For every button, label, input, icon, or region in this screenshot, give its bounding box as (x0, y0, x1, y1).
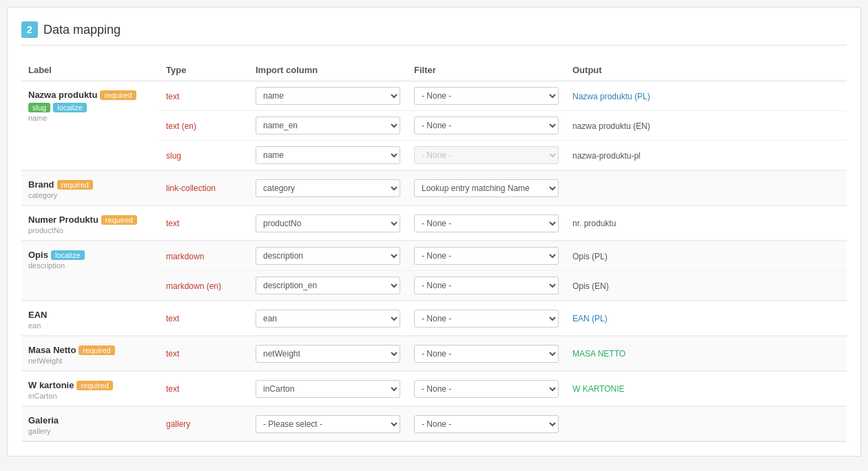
output-value: nazwa-produktu-pl (572, 151, 641, 161)
label-main: Numer Produkturequired (28, 214, 152, 225)
filter-cell[interactable]: Lookup entry matching Name (407, 171, 566, 206)
label-sub: gallery (28, 427, 152, 435)
label-cell-opis: Opislocalizedescription (21, 241, 159, 301)
type-cell: markdown (en) (159, 271, 249, 301)
label-sub: netWeight (28, 357, 152, 365)
label-sub: ean (28, 321, 152, 330)
import-cell[interactable]: name (249, 81, 407, 111)
output-cell (566, 407, 847, 441)
import-select[interactable]: netWeight (256, 345, 400, 363)
import-cell[interactable]: inCarton (249, 372, 407, 406)
import-select[interactable]: ean (256, 310, 400, 328)
label-main: Opislocalize (28, 250, 152, 260)
import-cell[interactable]: netWeight (249, 337, 407, 371)
badge-required: required (101, 215, 137, 225)
filter-cell[interactable]: - None - (407, 407, 566, 441)
type-cell: link-collection (159, 171, 249, 206)
filter-select[interactable]: - None - (414, 310, 559, 328)
filter-cell[interactable]: - None - (407, 301, 566, 336)
import-select[interactable]: name_en (256, 117, 400, 134)
output-cell: nazwa-produktu-pl (566, 141, 847, 170)
filter-select[interactable]: - None - (414, 345, 559, 363)
type-cell: text (159, 372, 249, 406)
badge-required: required (57, 180, 93, 190)
import-select[interactable]: category (256, 179, 400, 197)
table-row: EANeantextean- None -EAN (PL) (21, 301, 847, 336)
import-select[interactable]: name (256, 87, 400, 105)
filter-cell[interactable]: - None - (407, 206, 566, 241)
table-row: Nazwa produkturequiredsluglocalizenamete… (21, 81, 847, 111)
import-select[interactable]: - Please select - (256, 415, 400, 433)
data-mapping-table: Label Type Import column Filter Output N… (21, 59, 847, 442)
filter-cell[interactable]: - None - (407, 111, 566, 141)
type-value: markdown (166, 252, 204, 261)
import-select[interactable]: name (256, 146, 400, 164)
filter-cell[interactable]: - None - (407, 337, 566, 371)
label-text: Galeria (28, 415, 59, 425)
output-value: Opis (PL) (572, 252, 608, 261)
label-cell-ean: EANean (21, 301, 159, 336)
output-cell: EAN (PL) (566, 301, 847, 336)
col-header-filter: Filter (407, 59, 566, 81)
table-row: Numer ProdukturequiredproductNotextprodu… (21, 206, 847, 241)
label-cell-brand: Brandrequiredcategory (21, 171, 159, 206)
type-cell: text (159, 337, 249, 371)
output-cell: nr. produktu (566, 206, 847, 241)
badge-required: required (100, 90, 136, 100)
badge-slug: slug (28, 103, 50, 112)
type-value: text (en) (166, 121, 196, 131)
type-value: gallery (166, 419, 190, 429)
type-cell: text (159, 301, 249, 336)
filter-cell[interactable]: - None - (407, 241, 566, 271)
import-cell[interactable]: - Please select - (249, 407, 407, 441)
label-main: EAN (28, 310, 152, 320)
type-value: text (166, 314, 179, 323)
filter-select[interactable]: - None - (414, 87, 559, 105)
filter-select[interactable]: - None - (414, 247, 559, 265)
section-header: 2 Data mapping (21, 21, 847, 46)
import-cell[interactable]: description (249, 241, 407, 271)
filter-cell[interactable]: - None - (407, 372, 566, 406)
type-cell: text (en) (159, 111, 249, 141)
import-cell[interactable]: name (249, 141, 407, 170)
type-value: text (166, 384, 179, 394)
import-cell[interactable]: ean (249, 301, 407, 336)
import-select[interactable]: description (256, 247, 400, 265)
label-main: Brandrequired (28, 179, 152, 190)
import-select[interactable]: productNo (256, 214, 400, 232)
badge-required: required (76, 381, 112, 390)
filter-select[interactable]: - None - (414, 117, 559, 134)
separator-row (21, 441, 847, 442)
output-cell: Opis (EN) (566, 271, 847, 301)
type-value: markdown (en) (166, 281, 221, 291)
import-cell[interactable]: productNo (249, 206, 407, 241)
import-select[interactable]: inCarton (256, 380, 400, 398)
label-text: Brand (28, 179, 54, 190)
col-header-import: Import column (249, 59, 407, 81)
label-main: Galeria (28, 415, 152, 425)
filter-select[interactable]: - None - (414, 146, 559, 164)
filter-cell[interactable]: - None - (407, 81, 566, 111)
label-sub: productNo (28, 226, 152, 234)
step-badge: 2 (21, 21, 38, 38)
filter-select[interactable]: - None - (414, 277, 559, 294)
col-header-output: Output (566, 59, 847, 81)
label-text: Masa Netto (28, 345, 76, 355)
label-main: Masa Nettorequired (28, 345, 152, 355)
table-row: Brandrequiredcategorylink-collectioncate… (21, 171, 847, 206)
filter-cell[interactable]: - None - (407, 271, 566, 301)
import-select[interactable]: description_en (256, 277, 400, 294)
type-value: text (166, 349, 179, 359)
import-cell[interactable]: name_en (249, 111, 407, 141)
section-title: Data mapping (43, 23, 121, 37)
filter-select[interactable]: - None - (414, 415, 559, 433)
filter-select[interactable]: Lookup entry matching Name (414, 179, 559, 197)
table-row: Opislocalizedescriptionmarkdowndescripti… (21, 241, 847, 271)
filter-select[interactable]: - None - (414, 380, 559, 398)
import-cell[interactable]: category (249, 171, 407, 206)
type-value: text (166, 219, 179, 228)
filter-cell[interactable]: - None - (407, 141, 566, 170)
import-cell[interactable]: description_en (249, 271, 407, 301)
filter-select[interactable]: - None - (414, 214, 559, 232)
label-main: W kartonierequired (28, 380, 152, 390)
